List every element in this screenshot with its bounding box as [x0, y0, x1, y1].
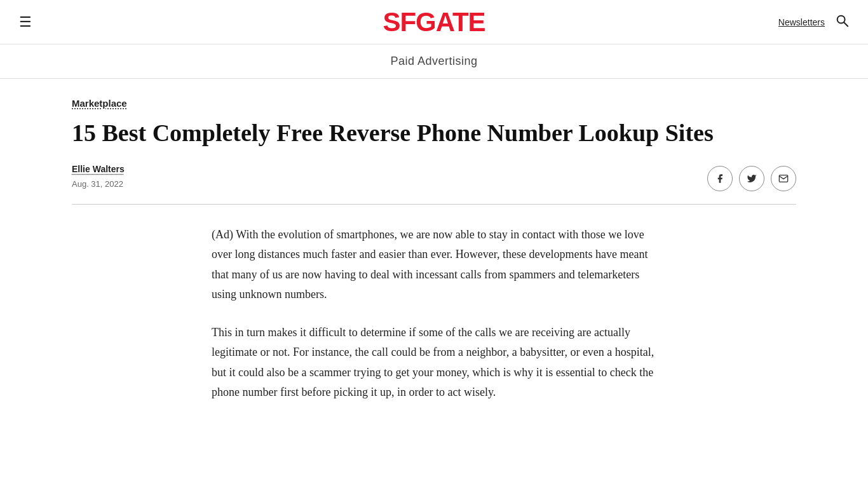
- article-meta-row: Ellie Walters Aug. 31, 2022: [72, 163, 796, 191]
- header-right: Newsletters: [778, 13, 849, 30]
- article-title: 15 Best Completely Free Reverse Phone Nu…: [72, 119, 771, 148]
- social-share-icons: [707, 166, 796, 191]
- author-name[interactable]: Ellie Walters: [72, 164, 125, 174]
- site-logo[interactable]: SFGATE: [383, 7, 485, 37]
- svg-line-1: [844, 22, 848, 26]
- article-body: (Ad) With the evolution of smartphones, …: [212, 225, 656, 403]
- paid-advertising-label: Paid Advertising: [390, 55, 477, 67]
- article-paragraph-2: This in turn makes it difficult to deter…: [212, 323, 656, 403]
- header-left: ☰: [19, 14, 32, 30]
- search-icon[interactable]: [835, 13, 849, 30]
- logo-container: SFGATE: [383, 9, 485, 36]
- twitter-share-button[interactable]: [739, 166, 764, 191]
- article-date: Aug. 31, 2022: [72, 179, 125, 189]
- category-label[interactable]: Marketplace: [72, 98, 127, 109]
- main-content: Marketplace 15 Best Completely Free Reve…: [21, 79, 847, 440]
- facebook-share-button[interactable]: [707, 166, 733, 191]
- article-divider: [72, 204, 796, 205]
- email-share-button[interactable]: [771, 166, 796, 191]
- author-section: Ellie Walters: [72, 163, 125, 177]
- hamburger-menu-icon[interactable]: ☰: [19, 14, 32, 30]
- article-paragraph-1: (Ad) With the evolution of smartphones, …: [212, 225, 656, 305]
- site-header: ☰ SFGATE Newsletters: [0, 0, 868, 44]
- newsletters-link[interactable]: Newsletters: [778, 17, 825, 27]
- meta-left: Ellie Walters Aug. 31, 2022: [72, 163, 125, 189]
- paid-advertising-bar: Paid Advertising: [0, 44, 868, 79]
